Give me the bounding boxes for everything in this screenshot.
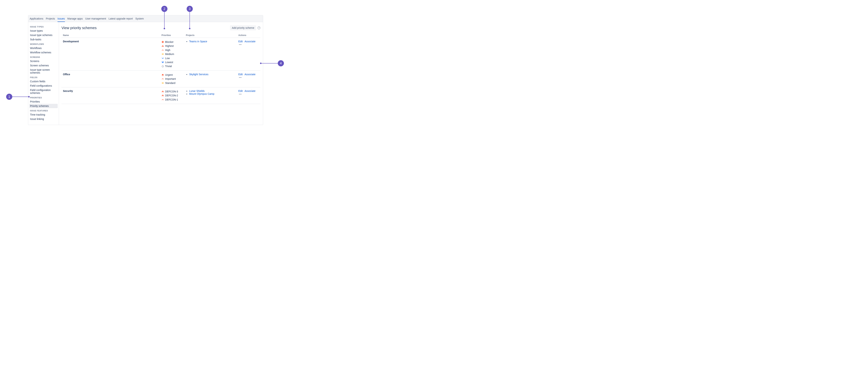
main-content: View priority schemes Add priority schem… (59, 22, 263, 125)
annotation-dot (164, 28, 165, 29)
annotation-dot (189, 28, 190, 29)
priority-item: Important (161, 77, 183, 81)
topnav-tab-projects[interactable]: Projects (46, 16, 55, 22)
priority-label: Urgent (165, 73, 173, 77)
highest-icon (161, 94, 164, 97)
priority-label: DEFCON-2 (165, 93, 178, 97)
scheme-projects: Skylight Services (184, 70, 237, 87)
priority-item: Lowest (161, 60, 183, 64)
topnav-tab-system[interactable]: System (135, 16, 144, 22)
topnav-tab-issues[interactable]: Issues (58, 16, 65, 22)
sidebar-item-priority-schemes[interactable]: Priority schemes (29, 104, 58, 108)
scheme-name: Development (61, 38, 160, 71)
high-icon (161, 49, 164, 51)
svg-rect-1 (162, 42, 163, 42)
priority-label: Trivial (165, 64, 172, 68)
app-window: ApplicationsProjectsIssuesManage appsUse… (28, 15, 263, 125)
priority-label: Important (165, 77, 176, 81)
priority-label: Lowest (165, 60, 173, 64)
priority-label: DEFCON-1 (165, 98, 178, 101)
sidebar-item-issue-types[interactable]: Issue types (28, 29, 59, 33)
svg-point-4 (162, 65, 164, 67)
priority-label: Standard (165, 81, 176, 85)
sidebar-item-workflows[interactable]: Workflows (28, 46, 59, 50)
sidebar-item-field-configuration-schemes[interactable]: Field configuration schemes (28, 88, 59, 95)
annotation-line (12, 96, 29, 97)
sidebar-item-issue-type-schemes[interactable]: Issue type schemes (28, 33, 59, 37)
edit-link[interactable]: Edit (238, 90, 243, 92)
priority-label: High (165, 48, 170, 52)
scheme-priorities: UrgentImportantStandard (160, 70, 184, 87)
more-actions-icon[interactable] (238, 77, 242, 79)
medium-icon (161, 82, 164, 84)
project-list-item: Teams in Space (189, 40, 236, 43)
more-actions-icon[interactable] (238, 43, 242, 46)
sidebar-item-issue-linking[interactable]: Issue linking (28, 117, 59, 121)
topnav-tab-applications[interactable]: Applications (30, 16, 43, 22)
project-link[interactable]: Mount Olympus Camp (189, 92, 214, 95)
medium-icon (161, 53, 164, 55)
sidebar-item-screen-schemes[interactable]: Screen schemes (28, 63, 59, 68)
project-link[interactable]: Lunar Shields (189, 90, 205, 92)
sidebar-item-time-tracking[interactable]: Time tracking (28, 113, 59, 117)
help-icon[interactable]: ? (257, 26, 260, 29)
priority-item: Trivial (161, 64, 183, 68)
sidebar-item-priorities[interactable]: Priorities (28, 99, 59, 104)
admin-sidebar: Issue typesIssue typesIssue type schemes… (28, 22, 59, 125)
topnav-tab-latest-upgrade-report[interactable]: Latest upgrade report (109, 16, 133, 22)
annotation-dot (28, 96, 30, 97)
annotation-badge-2: 2 (161, 6, 167, 12)
scheme-actions: EditAssociate (237, 38, 260, 71)
scheme-projects: Teams in Space (184, 38, 237, 71)
project-link[interactable]: Skylight Services (189, 73, 209, 76)
priority-schemes-table: Name Priorities Projects Actions Develop… (61, 33, 260, 104)
project-list-item: Lunar Shields (189, 90, 236, 92)
priority-item: Blocker (161, 40, 183, 44)
priority-item: Standard (161, 81, 183, 85)
lowest-icon (161, 61, 164, 63)
project-link[interactable]: Teams in Space (189, 40, 207, 43)
table-row: OfficeUrgentImportantStandardSkylight Se… (61, 70, 260, 87)
associate-link[interactable]: Associate (245, 40, 255, 43)
col-name: Name (61, 33, 160, 38)
priority-label: Medium (165, 52, 174, 56)
sidebar-group-title: Workflows (28, 41, 59, 46)
project-list-item: Skylight Services (189, 73, 236, 76)
sidebar-item-screens[interactable]: Screens (28, 59, 59, 63)
urgent-icon (161, 73, 164, 76)
highest-icon (161, 45, 164, 48)
sidebar-group-title: Screens (28, 55, 59, 59)
sidebar-item-sub-tasks[interactable]: Sub-tasks (28, 37, 59, 41)
sidebar-group-title: Fields (28, 75, 59, 79)
sidebar-item-custom-fields[interactable]: Custom fields (28, 79, 59, 84)
annotation-badge-3: 3 (187, 6, 193, 12)
topnav-tab-manage-apps[interactable]: Manage apps (67, 16, 83, 22)
col-projects: Projects (184, 33, 237, 38)
priority-item: Highest (161, 44, 183, 48)
add-priority-scheme-button[interactable]: Add priority scheme (230, 25, 256, 30)
edit-link[interactable]: Edit (238, 40, 243, 43)
col-priorities: Priorities (160, 33, 184, 38)
sidebar-group-title: Issue types (28, 24, 59, 29)
sidebar-item-field-configurations[interactable]: Field configurations (28, 84, 59, 88)
priority-label: DEFCON-3 (165, 90, 178, 93)
associate-link[interactable]: Associate (245, 90, 255, 92)
scheme-priorities: BlockerHighestHighMediumLowLowestTrivial (160, 38, 184, 71)
scheme-name: Office (61, 70, 160, 87)
scheme-actions: EditAssociate (237, 87, 260, 104)
annotation-badge-1: 1 (6, 94, 12, 100)
sidebar-item-workflow-schemes[interactable]: Workflow schemes (28, 50, 59, 55)
project-list-item: Mount Olympus Camp (189, 92, 236, 95)
priority-item: DEFCON-2 (161, 93, 183, 97)
highest-icon (161, 90, 164, 93)
sidebar-group-title: Issue features (28, 108, 59, 113)
associate-link[interactable]: Associate (245, 73, 255, 76)
annotation-line (164, 12, 164, 29)
table-row: DevelopmentBlockerHighestHighMediumLowLo… (61, 38, 260, 71)
trivial-icon (161, 65, 164, 68)
page-title: View priority schemes (61, 26, 228, 30)
sidebar-item-issue-type-screen-schemes[interactable]: Issue type screen schemes (28, 68, 59, 75)
edit-link[interactable]: Edit (238, 73, 243, 76)
topnav-tab-user-management[interactable]: User management (85, 16, 106, 22)
more-actions-icon[interactable] (238, 93, 242, 95)
